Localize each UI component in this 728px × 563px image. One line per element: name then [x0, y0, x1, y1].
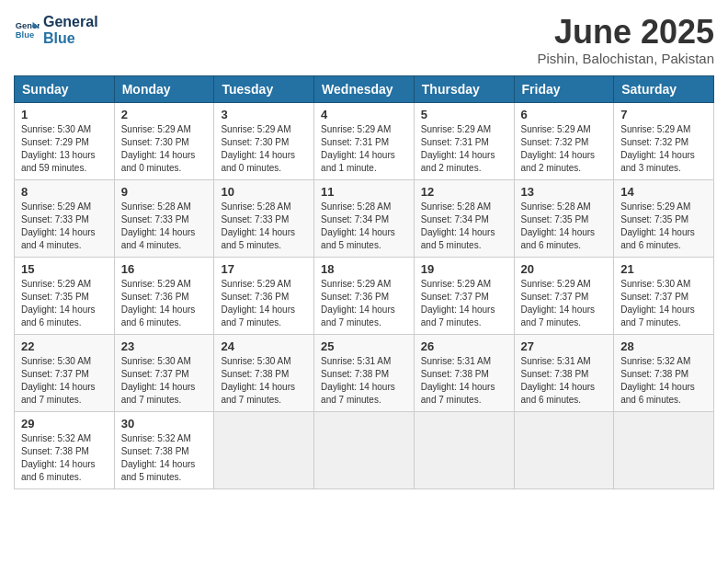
day-number: 20	[521, 262, 608, 276]
calendar-week-row: 22Sunrise: 5:30 AM Sunset: 7:37 PM Dayli…	[15, 334, 714, 411]
day-number: 5	[421, 108, 507, 121]
calendar-cell: 4Sunrise: 5:29 AM Sunset: 7:31 PM Daylig…	[314, 102, 415, 179]
day-info: Sunrise: 5:29 AM Sunset: 7:35 PM Dayligh…	[620, 201, 707, 252]
day-info: Sunrise: 5:29 AM Sunset: 7:35 PM Dayligh…	[21, 278, 108, 329]
weekday-header-tuesday: Tuesday	[214, 75, 314, 102]
calendar-cell: 3Sunrise: 5:29 AM Sunset: 7:30 PM Daylig…	[214, 102, 314, 179]
day-number: 6	[521, 108, 608, 121]
calendar-cell: 30Sunrise: 5:32 AM Sunset: 7:38 PM Dayli…	[114, 411, 214, 488]
day-number: 9	[121, 185, 208, 199]
calendar-cell: 19Sunrise: 5:29 AM Sunset: 7:37 PM Dayli…	[414, 257, 514, 334]
calendar-cell	[414, 411, 514, 488]
logo-icon: General Blue	[14, 17, 40, 43]
day-number: 25	[321, 339, 407, 353]
day-number: 15	[21, 262, 108, 276]
day-number: 2	[121, 108, 208, 121]
logo-general: General	[43, 14, 98, 30]
calendar-cell	[314, 411, 415, 488]
day-number: 14	[620, 185, 707, 199]
day-info: Sunrise: 5:29 AM Sunset: 7:36 PM Dayligh…	[121, 278, 208, 329]
svg-text:Blue: Blue	[16, 30, 34, 40]
page-header: General Blue General Blue June 2025 Pish…	[14, 14, 714, 66]
calendar-cell: 17Sunrise: 5:29 AM Sunset: 7:36 PM Dayli…	[214, 257, 314, 334]
day-info: Sunrise: 5:29 AM Sunset: 7:33 PM Dayligh…	[21, 201, 108, 252]
calendar-cell: 27Sunrise: 5:31 AM Sunset: 7:38 PM Dayli…	[514, 334, 614, 411]
day-number: 29	[21, 417, 108, 431]
day-info: Sunrise: 5:28 AM Sunset: 7:35 PM Dayligh…	[521, 201, 608, 252]
calendar-cell: 21Sunrise: 5:30 AM Sunset: 7:37 PM Dayli…	[614, 257, 714, 334]
day-number: 12	[421, 185, 507, 199]
weekday-header-sunday: Sunday	[15, 75, 115, 102]
day-number: 30	[121, 417, 208, 431]
day-info: Sunrise: 5:29 AM Sunset: 7:30 PM Dayligh…	[121, 123, 208, 175]
title-block: June 2025 Pishin, Balochistan, Pakistan	[537, 14, 714, 66]
calendar-cell: 2Sunrise: 5:29 AM Sunset: 7:30 PM Daylig…	[114, 102, 214, 179]
calendar-cell: 15Sunrise: 5:29 AM Sunset: 7:35 PM Dayli…	[15, 257, 115, 334]
calendar-cell: 22Sunrise: 5:30 AM Sunset: 7:37 PM Dayli…	[15, 334, 115, 411]
day-number: 19	[421, 262, 507, 276]
calendar-cell: 23Sunrise: 5:30 AM Sunset: 7:37 PM Dayli…	[114, 334, 214, 411]
day-number: 7	[620, 108, 707, 121]
day-info: Sunrise: 5:31 AM Sunset: 7:38 PM Dayligh…	[321, 355, 407, 407]
calendar-cell: 9Sunrise: 5:28 AM Sunset: 7:33 PM Daylig…	[114, 179, 214, 257]
day-number: 11	[321, 185, 407, 199]
day-info: Sunrise: 5:29 AM Sunset: 7:36 PM Dayligh…	[321, 278, 407, 329]
day-number: 26	[421, 339, 507, 353]
day-info: Sunrise: 5:29 AM Sunset: 7:31 PM Dayligh…	[421, 123, 507, 175]
day-info: Sunrise: 5:28 AM Sunset: 7:34 PM Dayligh…	[321, 201, 407, 252]
calendar-cell: 6Sunrise: 5:29 AM Sunset: 7:32 PM Daylig…	[514, 102, 614, 179]
calendar-cell: 13Sunrise: 5:28 AM Sunset: 7:35 PM Dayli…	[514, 179, 614, 257]
calendar-week-row: 15Sunrise: 5:29 AM Sunset: 7:35 PM Dayli…	[15, 257, 714, 334]
day-number: 28	[620, 339, 707, 353]
day-info: Sunrise: 5:28 AM Sunset: 7:34 PM Dayligh…	[421, 201, 507, 252]
day-info: Sunrise: 5:30 AM Sunset: 7:37 PM Dayligh…	[121, 355, 208, 407]
month-title: June 2025	[537, 14, 714, 51]
weekday-header-monday: Monday	[114, 75, 214, 102]
weekday-header-row: SundayMondayTuesdayWednesdayThursdayFrid…	[15, 75, 714, 102]
day-number: 21	[620, 262, 707, 276]
day-info: Sunrise: 5:30 AM Sunset: 7:37 PM Dayligh…	[21, 355, 108, 407]
day-info: Sunrise: 5:28 AM Sunset: 7:33 PM Dayligh…	[221, 201, 307, 252]
weekday-header-saturday: Saturday	[614, 75, 714, 102]
calendar-cell: 18Sunrise: 5:29 AM Sunset: 7:36 PM Dayli…	[314, 257, 415, 334]
day-info: Sunrise: 5:29 AM Sunset: 7:37 PM Dayligh…	[521, 278, 608, 329]
day-number: 18	[321, 262, 407, 276]
day-number: 24	[221, 339, 307, 353]
day-number: 10	[221, 185, 307, 199]
weekday-header-friday: Friday	[514, 75, 614, 102]
logo-blue: Blue	[43, 30, 98, 47]
day-info: Sunrise: 5:31 AM Sunset: 7:38 PM Dayligh…	[521, 355, 608, 407]
calendar-cell	[514, 411, 614, 488]
calendar-table: SundayMondayTuesdayWednesdayThursdayFrid…	[14, 75, 714, 489]
calendar-cell: 26Sunrise: 5:31 AM Sunset: 7:38 PM Dayli…	[414, 334, 514, 411]
calendar-week-row: 8Sunrise: 5:29 AM Sunset: 7:33 PM Daylig…	[15, 179, 714, 257]
day-info: Sunrise: 5:29 AM Sunset: 7:30 PM Dayligh…	[221, 123, 307, 175]
day-info: Sunrise: 5:32 AM Sunset: 7:38 PM Dayligh…	[121, 432, 208, 484]
weekday-header-thursday: Thursday	[414, 75, 514, 102]
calendar-cell: 25Sunrise: 5:31 AM Sunset: 7:38 PM Dayli…	[314, 334, 415, 411]
calendar-cell: 8Sunrise: 5:29 AM Sunset: 7:33 PM Daylig…	[15, 179, 115, 257]
calendar-cell: 16Sunrise: 5:29 AM Sunset: 7:36 PM Dayli…	[114, 257, 214, 334]
calendar-cell: 14Sunrise: 5:29 AM Sunset: 7:35 PM Dayli…	[614, 179, 714, 257]
day-number: 22	[21, 339, 108, 353]
day-info: Sunrise: 5:30 AM Sunset: 7:37 PM Dayligh…	[620, 278, 707, 329]
calendar-cell: 28Sunrise: 5:32 AM Sunset: 7:38 PM Dayli…	[614, 334, 714, 411]
weekday-header-wednesday: Wednesday	[314, 75, 415, 102]
day-info: Sunrise: 5:30 AM Sunset: 7:29 PM Dayligh…	[21, 123, 108, 175]
day-number: 13	[521, 185, 608, 199]
location: Pishin, Balochistan, Pakistan	[537, 51, 714, 66]
calendar-cell	[214, 411, 314, 488]
calendar-cell: 20Sunrise: 5:29 AM Sunset: 7:37 PM Dayli…	[514, 257, 614, 334]
day-number: 8	[21, 185, 108, 199]
calendar-cell: 29Sunrise: 5:32 AM Sunset: 7:38 PM Dayli…	[15, 411, 115, 488]
calendar-cell: 1Sunrise: 5:30 AM Sunset: 7:29 PM Daylig…	[15, 102, 115, 179]
calendar-week-row: 29Sunrise: 5:32 AM Sunset: 7:38 PM Dayli…	[15, 411, 714, 488]
day-number: 4	[321, 108, 407, 121]
calendar-cell: 7Sunrise: 5:29 AM Sunset: 7:32 PM Daylig…	[614, 102, 714, 179]
day-info: Sunrise: 5:29 AM Sunset: 7:36 PM Dayligh…	[221, 278, 307, 329]
day-info: Sunrise: 5:32 AM Sunset: 7:38 PM Dayligh…	[620, 355, 707, 407]
day-info: Sunrise: 5:31 AM Sunset: 7:38 PM Dayligh…	[421, 355, 507, 407]
calendar-cell: 12Sunrise: 5:28 AM Sunset: 7:34 PM Dayli…	[414, 179, 514, 257]
day-number: 27	[521, 339, 608, 353]
day-info: Sunrise: 5:30 AM Sunset: 7:38 PM Dayligh…	[221, 355, 307, 407]
